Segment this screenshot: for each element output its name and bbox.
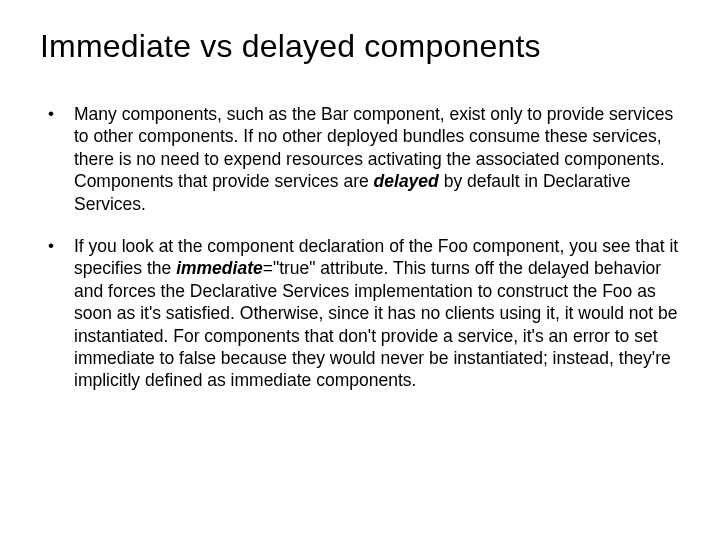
bullet-text-em: immediate (176, 258, 263, 278)
slide-title: Immediate vs delayed components (40, 28, 680, 65)
list-item: If you look at the component declaration… (40, 235, 680, 392)
bullet-list: Many components, such as the Bar compone… (40, 103, 680, 392)
list-item: Many components, such as the Bar compone… (40, 103, 680, 215)
bullet-text-em: delayed (374, 171, 439, 191)
slide: Immediate vs delayed components Many com… (0, 0, 720, 540)
